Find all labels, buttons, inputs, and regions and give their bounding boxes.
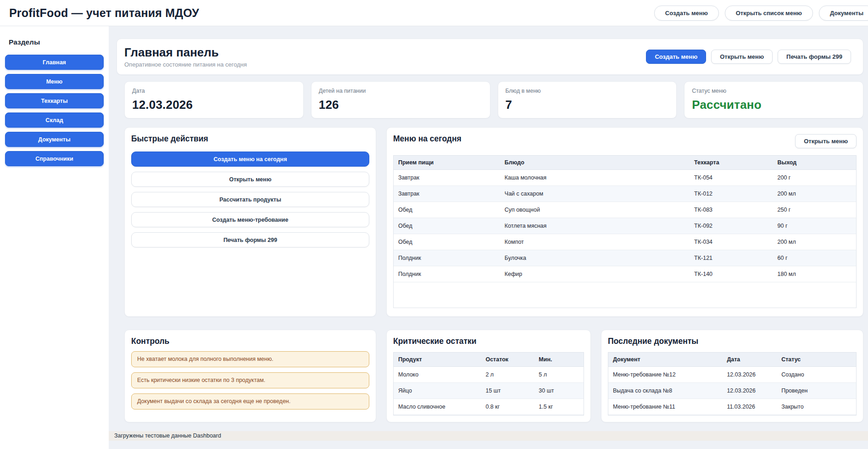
table-cell: Меню-требование №12 (608, 366, 722, 382)
table-row: Меню-требование №1111.03.2026Закрыто (608, 398, 856, 415)
table-cell: Булочка (500, 250, 690, 266)
table-cell: Котлета мясная (500, 218, 690, 234)
table-cell: Завтрак (394, 185, 500, 202)
table-cell: Молоко (394, 366, 481, 382)
table-row: ОбедКомпотТК-034200 мл (394, 234, 856, 250)
table-cell: Яйцо (394, 382, 481, 398)
stat-card-menu-status: Статус меню Рассчитано (684, 81, 863, 118)
table-cell: Суп овощной (500, 202, 690, 218)
table-row: Меню-требование №1212.03.2026Создано (608, 366, 856, 382)
sidebar-item-documents[interactable]: Документы (5, 132, 104, 147)
table-cell: Создано (777, 366, 856, 382)
table-header-row: Документ Дата Статус (608, 353, 856, 366)
stat-value-date: 12.03.2026 (132, 98, 296, 112)
stat-label: Дата (132, 88, 296, 94)
table-cell: ТК-092 (690, 218, 773, 234)
qa-create-menu-requisition-button[interactable]: Создать меню-требование (131, 212, 369, 227)
table-cell: 11.03.2026 (722, 398, 777, 415)
sidebar-item-home[interactable]: Главная (5, 55, 104, 70)
column-header: Документ (608, 353, 722, 366)
stat-label: Детей на питании (319, 88, 483, 94)
table-cell: Меню-требование №11 (608, 398, 722, 415)
menu-today-card: Меню на сегодня Открыть меню Прием пищи … (386, 127, 863, 317)
main-content: Главная панель Оперативное состояние пит… (109, 26, 868, 449)
column-header: Техкарта (690, 156, 773, 169)
table-cell: Компот (500, 234, 690, 250)
table-row: Молоко2 л5 л (394, 366, 584, 382)
table-cell: Проведен (777, 382, 856, 398)
page-header-card: Главная панель Оперативное состояние пит… (117, 39, 863, 75)
warning-alert-milk: Не хватает молока для полного выполнения… (131, 351, 369, 367)
stat-value-children: 126 (319, 98, 483, 112)
table-cell: 250 г (773, 202, 856, 218)
quick-actions-title: Быстрые действия (131, 134, 369, 144)
page-header-actions: Создать меню Открыть меню Печать формы 2… (646, 50, 851, 64)
table-cell: Обед (394, 218, 500, 234)
sidebar-item-reference[interactable]: Справочники (5, 151, 104, 166)
table-cell: 60 г (773, 250, 856, 266)
table-cell: 30 шт (534, 382, 584, 398)
page-title: Главная панель (124, 45, 247, 60)
control-title: Контроль (131, 337, 369, 346)
print-form-299-button[interactable]: Печать формы 299 (778, 50, 851, 64)
column-header: Дата (722, 353, 777, 366)
column-header: Остаток (481, 353, 534, 366)
qa-calculate-products-button[interactable]: Рассчитать продукты (131, 192, 369, 207)
quick-actions-list: Создать меню на сегодня Открыть меню Рас… (131, 152, 369, 247)
table-cell: ТК-054 (690, 169, 773, 185)
column-header: Блюдо (500, 156, 690, 169)
table-cell: Обед (394, 234, 500, 250)
table-row: ОбедКотлета мяснаяТК-09290 г (394, 218, 856, 234)
table-cell: ТК-083 (690, 202, 773, 218)
stat-card-dishes: Блюд в меню 7 (498, 81, 677, 118)
table-cell: 12.03.2026 (722, 382, 777, 398)
table-cell: Выдача со склада №8 (608, 382, 722, 398)
table-cell: Полдник (394, 266, 500, 282)
table-cell: Чай с сахаром (500, 185, 690, 202)
table-cell: 1.5 кг (534, 398, 584, 415)
table-cell: ТК-012 (690, 185, 773, 202)
open-menu-button[interactable]: Открыть меню (711, 50, 773, 64)
sidebar-item-warehouse[interactable]: Склад (5, 112, 104, 128)
topbar-actions: Создать меню Открыть список меню Докумен… (654, 6, 868, 21)
create-menu-button[interactable]: Создать меню (646, 50, 706, 64)
menu-today-table: Прием пищи Блюдо Техкарта Выход ЗавтракК… (393, 155, 857, 308)
critical-stock-title: Критические остатки (393, 337, 584, 346)
stat-value-dishes: 7 (506, 98, 669, 112)
app-title: ProfitFood — учет питания МДОУ (9, 6, 199, 20)
table-cell: ТК-034 (690, 234, 773, 250)
stats-row: Дата 12.03.2026 Детей на питании 126 Блю… (124, 81, 863, 118)
topbar-documents-button[interactable]: Документы (819, 6, 868, 21)
recent-documents-title: Последние документы (608, 337, 857, 346)
critical-stock-card: Критические остатки Продукт Остаток Мин. (386, 330, 591, 422)
qa-create-menu-today-button[interactable]: Создать меню на сегодня (131, 152, 369, 167)
menu-today-open-button[interactable]: Открыть меню (795, 134, 857, 148)
table-cell: 0.8 кг (481, 398, 534, 415)
topbar-open-menu-list-button[interactable]: Открыть список меню (725, 6, 813, 21)
table-row: ПолдникБулочкаТК-12160 г (394, 250, 856, 266)
column-header: Выход (773, 156, 856, 169)
column-header: Продукт (394, 353, 481, 366)
table-row: ЗавтракЧай с сахаромТК-012200 мл (394, 185, 856, 202)
column-header: Статус (777, 353, 856, 366)
table-cell: Завтрак (394, 169, 500, 185)
table-cell: ТК-121 (690, 250, 773, 266)
qa-open-menu-button[interactable]: Открыть меню (131, 172, 369, 187)
sidebar: Разделы Главная Меню Техкарты Склад Доку… (0, 26, 109, 449)
stat-label: Блюд в меню (506, 88, 669, 94)
topbar: ProfitFood — учет питания МДОУ Создать м… (0, 0, 868, 26)
table-cell: Масло сливочное (394, 398, 481, 415)
control-card: Контроль Не хватает молока для полного в… (124, 330, 376, 422)
sidebar-item-techcards[interactable]: Техкарты (5, 93, 104, 108)
table-cell: ТК-140 (690, 266, 773, 282)
stat-label: Статус меню (692, 88, 856, 94)
table-row: ЗавтракКаша молочнаяТК-054200 г (394, 169, 856, 185)
table-cell: Каша молочная (500, 169, 690, 185)
topbar-create-menu-button[interactable]: Создать меню (654, 6, 719, 21)
sidebar-item-menu[interactable]: Меню (5, 74, 104, 89)
status-bar: Загружены тестовые данные Dashboard (109, 431, 868, 441)
qa-print-form-299-button[interactable]: Печать формы 299 (131, 232, 369, 247)
table-row: ПолдникКефирТК-140180 мл (394, 266, 856, 282)
table-cell: Обед (394, 202, 500, 218)
table-cell: 15 шт (481, 382, 534, 398)
